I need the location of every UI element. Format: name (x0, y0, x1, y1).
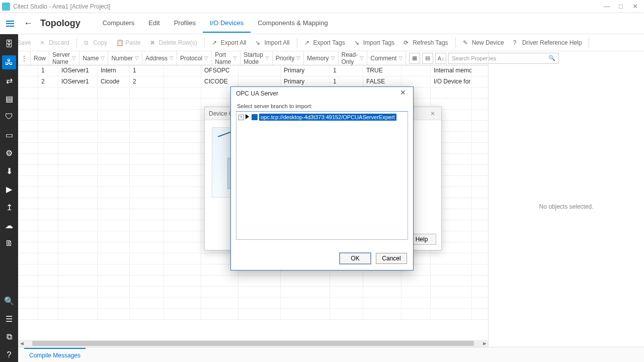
tree-node[interactable]: + opc.tcp://desktop-4d3t373:49152/OPCUAS… (238, 114, 406, 121)
discard-icon: ✕ (40, 39, 47, 46)
toolbar: 💾Save ✕Discard ⧉Copy 📋Paste ✖Delete Row(… (0, 34, 644, 51)
rail-tags-icon[interactable]: ⇄ (2, 73, 16, 87)
export-all-button[interactable]: ↗Export All (208, 37, 251, 48)
paste-icon: 📋 (116, 39, 123, 46)
server-tree[interactable]: + opc.tcp://desktop-4d3t373:49152/OPCUAS… (236, 111, 408, 240)
ok-button[interactable]: OK (340, 253, 371, 264)
rail-settings-icon[interactable]: ⚙ (2, 146, 16, 160)
import-icon: ↘ (255, 39, 262, 46)
col-name[interactable]: Name▽ (79, 51, 108, 65)
window-titlebar: Citect Studio - Area1 [Active Project] —… (0, 0, 644, 13)
table-row: 1 IOServer1 Intern 1 OFSOPC Primary 1 TR… (18, 65, 488, 76)
tab-io-devices[interactable]: I/O Devices (203, 14, 251, 33)
server-node-label[interactable]: opc.tcp://desktop-4d3t373:49152/OPCUASer… (259, 114, 396, 121)
server-node-icon (252, 114, 258, 120)
app-icon (2, 3, 10, 11)
delete-rows-button[interactable]: ✖Delete Row(s) (146, 37, 201, 48)
col-priority[interactable]: Priority▽ (273, 51, 304, 65)
grid-tool-1[interactable]: ▦ (409, 53, 420, 64)
copy-button[interactable]: ⧉Copy (80, 37, 111, 48)
refresh-tags-button[interactable]: ⟳Refresh Tags (399, 37, 452, 48)
rail-deploy-icon[interactable]: ↥ (2, 200, 16, 214)
back-button[interactable]: ← (21, 17, 35, 31)
refresh-icon: ⟳ (404, 39, 411, 46)
discard-button[interactable]: ✕Discard (36, 37, 73, 48)
import-tags-icon: ↘ (354, 39, 361, 46)
top-nav: ← Topology Computers Edit Profiles I/O D… (0, 13, 644, 34)
compile-messages-tab[interactable]: Compile Messages (24, 348, 86, 362)
grid-tool-sort[interactable]: A↓ (435, 53, 446, 64)
rail-database-icon[interactable]: 🗄 (2, 37, 16, 51)
new-device-button[interactable]: ✎New Device (459, 37, 508, 48)
opc-ua-server-dialog: OPC UA Server ✕ Select server branch to … (230, 86, 414, 270)
col-number[interactable]: Number▽ (108, 51, 142, 65)
driver-reference-button[interactable]: ?Driver Reference Help (509, 37, 586, 48)
rail-download-icon[interactable]: ⬇ (2, 164, 16, 178)
export-tags-button[interactable]: ↗Export Tags (300, 37, 349, 48)
grid-tool-2[interactable]: ▤ (422, 53, 433, 64)
grid-header: ⋮ Row Server Name▽ Name▽ Number▽ Address… (18, 51, 488, 65)
rail-copy-icon[interactable]: ⧉ (2, 330, 16, 344)
paste-button[interactable]: 📋Paste (112, 37, 145, 48)
row-handle-header[interactable]: ⋮ (18, 51, 31, 65)
help-icon: ? (513, 39, 520, 46)
rail-alarms-icon[interactable]: ▭ (2, 128, 16, 142)
rail-run-icon[interactable]: ▶ (2, 182, 16, 196)
col-read-only[interactable]: Read-Only▽ (339, 51, 368, 65)
rail-search-icon[interactable]: 🔍 (2, 294, 16, 308)
tree-expander-icon[interactable]: + (238, 115, 244, 120)
col-address[interactable]: Address▽ (142, 51, 177, 65)
no-selection-message: No objects selected. (539, 203, 593, 210)
tab-components-mapping[interactable]: Components & Mapping (251, 14, 335, 33)
cursor-icon (246, 114, 250, 120)
col-memory[interactable]: Memory▽ (304, 51, 338, 65)
horizontal-scrollbar[interactable]: ◀▶ (18, 340, 488, 347)
rail-topology-icon[interactable]: 🖧 (2, 55, 16, 69)
filter-icon[interactable]: ▽ (72, 55, 76, 61)
rail-help-icon[interactable]: ? (2, 348, 16, 362)
table-row: 2 IOServer1 Cicode 2 CICODE Primary 1 FA… (18, 76, 488, 87)
section-title: Topology (40, 18, 80, 29)
left-rail: 🗄 🖧 ⇄ ▤ 🛡 ▭ ⚙ ⬇ ▶ ↥ ☁ 🗎 🔍 ☰ ⧉ ? (0, 34, 18, 362)
col-comment[interactable]: Comment▽ (367, 51, 406, 65)
window-title: Citect Studio - Area1 [Active Project] (13, 3, 600, 10)
col-protocol[interactable]: Protocol▽ (177, 51, 212, 65)
wand-icon: ✎ (463, 39, 470, 46)
rail-pages-icon[interactable]: ▤ (2, 92, 16, 106)
front-dialog-close-icon[interactable]: ✕ (398, 88, 408, 99)
rail-security-icon[interactable]: 🛡 (2, 110, 16, 124)
close-window-button[interactable]: ✕ (628, 2, 642, 12)
rail-cloud-icon[interactable]: ☁ (2, 218, 16, 232)
bottom-bar: Compile Messages (18, 347, 644, 362)
tab-edit[interactable]: Edit (141, 14, 167, 33)
col-port-name[interactable]: Port Name▽ (212, 51, 240, 65)
minimize-button[interactable]: — (600, 2, 614, 12)
properties-panel: No objects selected. (488, 51, 644, 362)
maximize-button[interactable]: □ (614, 2, 628, 12)
tab-profiles[interactable]: Profiles (167, 14, 203, 33)
hamburger-icon[interactable] (3, 17, 17, 31)
col-startup-mode[interactable]: Startup Mode▽ (240, 51, 273, 65)
rail-list-icon[interactable]: ☰ (2, 312, 16, 326)
col-server-name[interactable]: Server Name▽ (49, 51, 79, 65)
rail-doc-icon[interactable]: 🗎 (2, 236, 16, 250)
col-row[interactable]: Row (31, 51, 49, 65)
front-dialog-title: OPC UA Server (236, 90, 278, 97)
export-icon: ↗ (212, 39, 219, 46)
copy-icon: ⧉ (84, 39, 91, 46)
export-tags-icon: ↗ (304, 39, 311, 46)
import-all-button[interactable]: ↘Import All (251, 37, 293, 48)
import-tags-button[interactable]: ↘Import Tags (350, 37, 398, 48)
back-dialog-close-icon[interactable]: ✕ (428, 110, 437, 117)
delete-icon: ✖ (150, 39, 157, 46)
select-branch-label: Select server branch to import: (231, 100, 413, 111)
cancel-button[interactable]: Cancel (376, 253, 407, 264)
tab-computers[interactable]: Computers (96, 14, 142, 33)
